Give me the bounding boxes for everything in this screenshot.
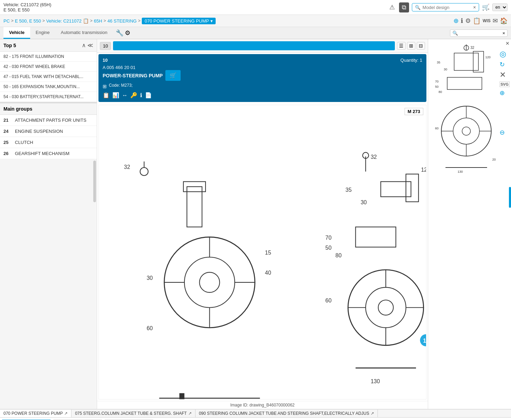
top5-item-1[interactable]: 42 - 030 FRONT WHEEL BRAKE: [0, 62, 97, 72]
top5-item-2[interactable]: 47 - 015 FUEL TANK WITH DETACHABL...: [0, 72, 97, 82]
tab-vehicle[interactable]: Vehicle: [3, 27, 30, 39]
top5-item-3[interactable]: 50 - 165 EXPANSION TANK,MOUNTIN...: [0, 82, 97, 92]
tab-engine[interactable]: Engine: [30, 27, 55, 39]
bottom-tab-label-1: 075 STEERG.COLUMN JACKET TUBE & STEERG. …: [75, 411, 187, 416]
header-left: Vehicle: C211072 (65H) E 500, E 550: [3, 2, 51, 12]
top5-controls: ∧ ≪: [82, 42, 93, 49]
drawing-container: M 273 32: [97, 103, 428, 409]
sidebar: Top 5 ∧ ≪ 82 - 175 FRONT ILLUMINATION 42…: [0, 39, 97, 409]
model-label: E 500, E 550: [3, 7, 51, 12]
cart-plus-icon: +: [487, 7, 490, 11]
svg-point-4: [184, 257, 235, 308]
home-icon[interactable]: 🏠: [500, 17, 508, 25]
grid-view-btn[interactable]: ⊞: [407, 42, 415, 50]
svg-text:32: 32: [470, 46, 475, 50]
group-item-21[interactable]: 21 ATTACHMENT PARTS FOR UNITS: [0, 115, 97, 126]
tab-search-input[interactable]: [459, 31, 501, 36]
part-code: Code: M273;: [109, 83, 133, 88]
copy-icon-btn[interactable]: ⧉: [399, 2, 409, 12]
pump-left-assembly: 32 30: [124, 162, 426, 399]
action-file-icon[interactable]: 📄: [145, 92, 152, 98]
rp-circle-icon[interactable]: ◎: [500, 50, 510, 59]
breadcrumb-model[interactable]: E 500, E 550: [15, 18, 41, 24]
wis-icon[interactable]: WIS: [483, 18, 491, 23]
breadcrumb-pc[interactable]: PC: [3, 18, 10, 24]
bottom-tab-0[interactable]: 070 POWER STEERING PUMP ↗: [0, 410, 71, 417]
part-search-bar[interactable]: [113, 41, 395, 50]
rp-zoom-out-icon[interactable]: ⊖: [500, 129, 510, 136]
drawing-area: M 273 32: [98, 105, 426, 400]
svg-text:80: 80: [439, 90, 442, 94]
svg-text:35: 35: [346, 187, 352, 193]
part-position-num: 10: [103, 58, 107, 63]
part-list-header: 10 ☰ ⊞ ⊟: [97, 39, 428, 53]
action-swap-icon[interactable]: ↔: [122, 92, 128, 98]
zoom-icon[interactable]: ⊕: [453, 17, 459, 25]
main-content: Top 5 ∧ ≪ 82 - 175 FRONT ILLUMINATION 42…: [0, 39, 511, 409]
svg-point-60: [462, 127, 470, 135]
rp-svg-icon[interactable]: SVG: [500, 82, 510, 87]
doc-icon[interactable]: 📋: [473, 17, 480, 25]
warning-icon-btn[interactable]: ⚠: [388, 2, 396, 12]
language-select[interactable]: en: [492, 3, 508, 11]
top5-item-0[interactable]: 82 - 175 FRONT ILLUMINATION: [0, 52, 97, 62]
svg-rect-27: [406, 174, 418, 202]
info-icon[interactable]: ℹ: [461, 17, 463, 25]
grid-icon: ⊞: [103, 84, 107, 89]
action-key-icon[interactable]: 🔑: [130, 92, 137, 98]
rp-zoom-in-icon[interactable]: ⊕: [500, 89, 510, 97]
vehicle-label: Vehicle: C211072 (65H): [3, 2, 51, 7]
tab-search-area: 🔍 ×: [450, 29, 508, 37]
breadcrumb-65h[interactable]: 65H: [94, 18, 102, 24]
svg-text:20: 20: [492, 158, 496, 161]
search-icon: 🔍: [415, 5, 421, 10]
part-article-number: A 005 466 20 01: [103, 65, 422, 70]
header: Vehicle: C211072 (65H) E 500, E 550 ⚠ ⧉ …: [0, 0, 511, 15]
right-panel-close-btn[interactable]: ✕: [505, 41, 510, 46]
group-num-24: 24: [3, 129, 12, 134]
mail-icon[interactable]: ✉: [493, 17, 498, 25]
cart-btn[interactable]: 🛒+: [482, 3, 490, 11]
settings-icon[interactable]: 🔧: [116, 29, 123, 37]
top5-item-4[interactable]: 54 - 030 BATTERY,STARTER/ALTERNAT...: [0, 92, 97, 102]
right-panel-svg: 32 120 35 30 70 50 80: [432, 43, 501, 174]
action-info-icon[interactable]: ℹ: [140, 92, 142, 98]
breadcrumb-vehicle[interactable]: Vehicle: C211072 📋: [46, 18, 89, 24]
breadcrumb-steering[interactable]: 46 STEERING: [107, 18, 137, 24]
right-panel: ✕ ◎ ↻ ✕ SVG ⊕ ⊖ 32 120 35: [428, 39, 511, 409]
svg-point-37: [378, 300, 393, 315]
top5-header: Top 5 ∧ ≪: [0, 39, 97, 52]
svg-text:130: 130: [458, 170, 463, 173]
gear-icon[interactable]: ⚙: [125, 29, 130, 37]
breadcrumb-current[interactable]: 070 POWER STEERING PUMP ▾: [142, 18, 216, 24]
action-doc-icon[interactable]: 📋: [103, 92, 110, 98]
rp-x-icon[interactable]: ✕: [500, 70, 510, 79]
top5-collapse-btn[interactable]: ∧: [82, 42, 86, 49]
part-code-row: ⊞ Code: M273;: [103, 83, 422, 90]
add-to-cart-btn[interactable]: 🛒: [165, 70, 181, 81]
top5-nav-btn[interactable]: ≪: [87, 42, 93, 49]
group-item-24[interactable]: 24 ENGINE SUSPENSION: [0, 126, 97, 137]
bottom-tab-2[interactable]: 090 STEERING COLUMN JACKET TUBE AND STEE…: [196, 410, 378, 417]
part-list-nav-btn[interactable]: 10: [100, 42, 111, 50]
search-close-btn[interactable]: ×: [473, 5, 476, 10]
rp-reload-icon[interactable]: ↻: [500, 61, 510, 68]
svg-text:70: 70: [326, 235, 332, 241]
tab-search-close[interactable]: ×: [502, 31, 505, 36]
part-item-header: 10 Quantity: 1: [103, 58, 422, 63]
svg-rect-26: [381, 182, 411, 197]
collapse-btn[interactable]: ⊟: [417, 42, 425, 50]
tab-automatic-transmission[interactable]: Automatic transmission: [55, 27, 113, 39]
model-search-input[interactable]: [423, 5, 471, 10]
breadcrumb-current-label: 070 POWER STEERING PUMP: [145, 18, 209, 24]
breadcrumb-dropdown-icon: ▾: [210, 18, 213, 24]
group-item-25[interactable]: 25 CLUTCH: [0, 137, 97, 148]
tab-search-icon: 🔍: [452, 31, 458, 36]
filter-icon[interactable]: ⚙: [465, 17, 471, 25]
right-panel-drawing: 32 120 35 30 70 50 80: [428, 39, 511, 179]
action-chart-icon[interactable]: 📊: [112, 92, 119, 98]
list-view-btn[interactable]: ☰: [397, 42, 406, 50]
svg-text:15: 15: [265, 250, 271, 256]
group-item-26[interactable]: 26 GEARSHIFT MECHANISM: [0, 148, 97, 159]
bottom-tab-1[interactable]: 075 STEERG.COLUMN JACKET TUBE & STEERG. …: [71, 410, 195, 417]
